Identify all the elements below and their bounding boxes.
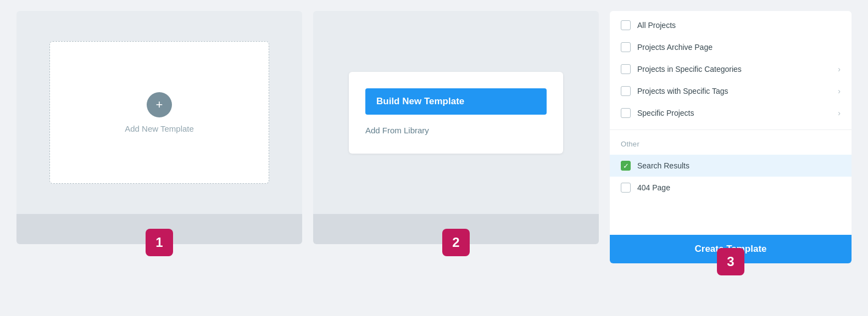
add-template-card: + Add New Template [49, 41, 269, 184]
add-template-label: Add New Template [125, 124, 194, 133]
checkbox-specific-tags[interactable] [621, 86, 631, 96]
step2-container: Build New Template Add From Library 2 [313, 11, 599, 244]
step3-panel: All Projects Projects Archive Page Proje… [610, 11, 852, 263]
projects-section: All Projects Projects Archive Page Proje… [610, 11, 852, 127]
menu-label-search-results: Search Results [637, 161, 689, 170]
menu-label-specific-projects: Specific Projects [637, 109, 694, 117]
step3-badge: 3 [717, 248, 744, 275]
step1-badge: 1 [146, 229, 173, 256]
step1-container: + Add New Template 1 [16, 11, 302, 244]
checkbox-specific-projects[interactable] [621, 108, 631, 118]
menu-item-search-results[interactable]: ✓ Search Results [610, 155, 852, 177]
other-section-label: Other [610, 132, 852, 151]
menu-item-specific-projects[interactable]: Specific Projects › [610, 102, 852, 124]
chevron-specific-tags-icon: › [838, 87, 841, 95]
checkbox-archive-page[interactable] [621, 42, 631, 52]
checkbox-all-projects[interactable] [621, 20, 631, 30]
step2-badge: 2 [442, 229, 470, 256]
menu-label-all-projects: All Projects [637, 21, 676, 30]
chevron-specific-projects-icon: › [838, 109, 841, 117]
add-template-button[interactable]: + [147, 92, 172, 117]
menu-item-specific-tags[interactable]: Projects with Specific Tags › [610, 80, 852, 102]
chevron-specific-categories-icon: › [838, 65, 841, 74]
checkbox-specific-categories[interactable] [621, 64, 631, 74]
other-section: ✓ Search Results 404 Page [610, 151, 852, 202]
add-from-library-button[interactable]: Add From Library [365, 123, 547, 137]
checkbox-404-page[interactable] [621, 183, 631, 193]
step2-panel-body: Build New Template Add From Library [313, 11, 599, 214]
menu-label-specific-categories: Projects in Specific Categories [637, 65, 742, 74]
checkbox-search-results[interactable]: ✓ [621, 161, 631, 171]
main-container: + Add New Template 1 Build New Template … [0, 0, 868, 316]
menu-item-specific-categories[interactable]: Projects in Specific Categories › [610, 58, 852, 80]
menu-label-404-page: 404 Page [637, 183, 670, 192]
menu-label-archive-page: Projects Archive Page [637, 43, 713, 52]
menu-label-specific-tags: Projects with Specific Tags [637, 87, 728, 95]
menu-item-all-projects[interactable]: All Projects [610, 14, 852, 36]
section-divider [610, 129, 852, 130]
menu-item-404-page[interactable]: 404 Page [610, 177, 852, 199]
build-new-template-button[interactable]: Build New Template [365, 88, 547, 115]
menu-item-archive-page[interactable]: Projects Archive Page [610, 36, 852, 58]
step2-card: Build New Template Add From Library [349, 72, 563, 154]
step1-panel-body: + Add New Template [16, 11, 302, 214]
